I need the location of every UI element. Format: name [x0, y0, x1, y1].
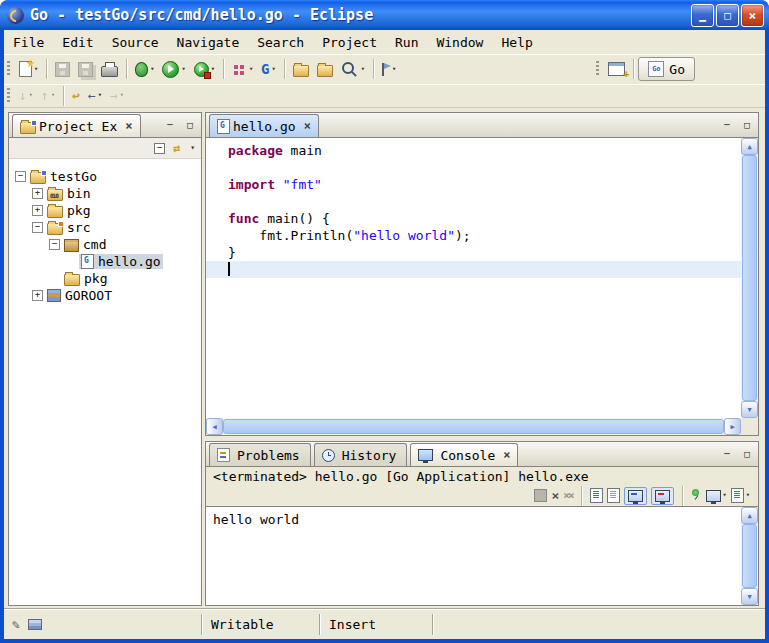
close-icon[interactable]: × [125, 120, 132, 132]
minimize-view-button[interactable]: ─ [719, 117, 735, 132]
open-perspective-button[interactable]: + [605, 57, 628, 81]
save-button[interactable] [52, 57, 73, 81]
minimize-view-button[interactable]: ─ [719, 446, 735, 461]
tree-item-src[interactable]: −src [9, 219, 201, 236]
tab-project-explorer[interactable]: Project Ex × [12, 114, 141, 137]
last-edit-location-button[interactable]: ↩ [69, 84, 83, 108]
clear-console-button[interactable] [590, 488, 603, 503]
menu-edit[interactable]: Edit [53, 31, 102, 54]
open-resource-button[interactable] [290, 57, 312, 81]
close-button[interactable]: × [741, 4, 764, 27]
minimize-view-button[interactable]: ─ [162, 117, 178, 132]
tab-problems[interactable]: Problems [209, 443, 311, 466]
tab-hello-go[interactable]: G hello.go × [209, 114, 319, 137]
show-stdout-toggle[interactable] [624, 487, 647, 505]
view-menu-button[interactable]: ▾ [190, 144, 195, 152]
minimize-button[interactable]: ▁ [691, 4, 714, 27]
go-launch-button[interactable]: G ▾ [258, 57, 279, 81]
scroll-up-button[interactable]: ▲ [741, 507, 758, 524]
scroll-left-button[interactable]: ◀ [206, 418, 223, 435]
scrollbar-thumb[interactable] [742, 524, 757, 588]
next-annotation-button[interactable]: ↓ ▾ [16, 84, 36, 108]
code-line[interactable]: import "fmt" [206, 176, 741, 193]
link-with-editor-button[interactable]: ⇄ [173, 142, 180, 154]
collapse-expander-icon[interactable]: − [15, 171, 26, 182]
new-wizard-button[interactable]: ▾ [16, 57, 41, 81]
expand-expander-icon[interactable]: + [32, 188, 43, 199]
show-stderr-toggle[interactable] [651, 487, 674, 505]
perspective-go-button[interactable]: Go Go [638, 57, 695, 81]
close-icon[interactable]: × [304, 120, 311, 132]
toolbar-grab-handle[interactable] [7, 61, 10, 77]
print-button[interactable] [98, 57, 121, 81]
display-console-button[interactable]: ▾ [706, 490, 727, 502]
save-all-button[interactable] [75, 57, 96, 81]
editor-horizontal-scrollbar[interactable]: ◀ ▶ [206, 418, 741, 435]
console-output[interactable]: hello world [206, 507, 741, 605]
menu-search[interactable]: Search [248, 31, 313, 54]
code-line[interactable] [206, 261, 741, 278]
maximize-button[interactable]: □ [716, 4, 739, 27]
run-button[interactable]: ▾ [159, 57, 188, 81]
tree-item-pkg[interactable]: +pkg [9, 202, 201, 219]
remove-launch-button[interactable]: × [551, 489, 559, 502]
menu-window[interactable]: Window [427, 31, 492, 54]
close-icon[interactable]: × [503, 449, 510, 461]
toolbar-grab-handle[interactable] [7, 88, 10, 104]
collapse-expander-icon[interactable]: − [49, 239, 60, 250]
code-area[interactable]: package mainimport "fmt"func main() { fm… [206, 138, 741, 418]
code-line[interactable]: fmt.Println("hello world"); [206, 227, 741, 244]
maximize-view-button[interactable]: □ [739, 117, 755, 132]
code-line[interactable]: package main [206, 142, 741, 159]
tree-item-testGo[interactable]: −testGo [9, 168, 201, 185]
tree-item-pkg[interactable]: pkg [9, 270, 201, 287]
toolbar-grab-handle[interactable] [596, 61, 599, 77]
open-console-button[interactable]: ▾ [731, 488, 750, 503]
console-vertical-scrollbar[interactable]: ▲ ▼ [741, 507, 758, 605]
code-line[interactable]: func main() { [206, 210, 741, 227]
terminate-button[interactable] [534, 489, 547, 502]
menu-navigate[interactable]: Navigate [168, 31, 249, 54]
tree-item-hello-go[interactable]: Ghello.go [9, 253, 201, 270]
collapse-expander-icon[interactable]: − [32, 222, 43, 233]
open-type-button[interactable] [314, 57, 336, 81]
scroll-lock-button[interactable] [607, 488, 620, 503]
menu-source[interactable]: Source [103, 31, 168, 54]
forward-button[interactable]: → ▾ [107, 84, 127, 108]
menu-help[interactable]: Help [492, 31, 541, 54]
maximize-view-button[interactable]: □ [739, 446, 755, 461]
back-button[interactable]: ← ▾ [85, 84, 105, 108]
scroll-up-button[interactable]: ▲ [741, 138, 758, 155]
tab-history[interactable]: History [314, 443, 408, 466]
menu-run[interactable]: Run [386, 31, 427, 54]
external-tools-button[interactable]: ▾ [191, 57, 218, 81]
expand-expander-icon[interactable]: + [32, 205, 43, 216]
scroll-down-button[interactable]: ▼ [741, 588, 758, 605]
project-tree[interactable]: −testGo+010bin+pkg−src−cmdGhello.gopkg+G… [9, 159, 201, 605]
tree-item-cmd[interactable]: −cmd [9, 236, 201, 253]
scrollbar-thumb[interactable] [742, 155, 757, 401]
remove-all-terminated-button[interactable]: ×× [563, 490, 572, 501]
pin-console-button[interactable] [691, 489, 702, 502]
tree-item-GOROOT[interactable]: +GOROOT [9, 287, 201, 304]
code-line[interactable]: } [206, 244, 741, 261]
menu-file[interactable]: File [4, 31, 53, 54]
editor-vertical-scrollbar[interactable]: ▲ ▼ [741, 138, 758, 418]
tree-item-bin[interactable]: +010bin [9, 185, 201, 202]
annotation-nav-button[interactable]: ▾ [379, 57, 399, 81]
code-line[interactable] [206, 193, 741, 210]
new-go-element-button[interactable]: ▾ [229, 57, 256, 81]
collapse-all-button[interactable]: − [154, 143, 165, 154]
expand-expander-icon[interactable]: + [32, 290, 43, 301]
scrollbar-thumb[interactable] [223, 419, 724, 434]
scroll-down-button[interactable]: ▼ [741, 401, 758, 418]
menu-project[interactable]: Project [313, 31, 386, 54]
scroll-right-button[interactable]: ▶ [724, 418, 741, 435]
search-button[interactable]: ▾ [338, 57, 368, 81]
title-bar[interactable]: Go - testGo/src/cmd/hello.go - Eclipse ▁… [0, 0, 769, 30]
code-line[interactable] [206, 159, 741, 176]
debug-button[interactable]: ▾ [132, 57, 157, 81]
previous-annotation-button[interactable]: ↑ ▾ [38, 84, 58, 108]
maximize-view-button[interactable]: □ [182, 117, 198, 132]
tab-console[interactable]: Console× [410, 443, 518, 466]
